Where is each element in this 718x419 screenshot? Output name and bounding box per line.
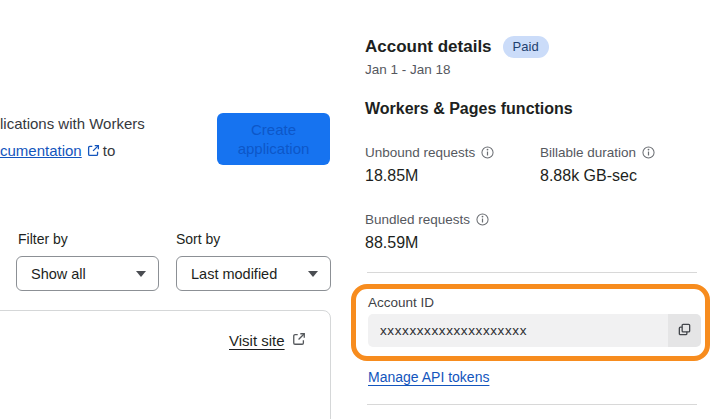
manage-api-tokens-link[interactable]: Manage API tokens — [368, 369, 489, 385]
date-range: Jan 1 - Jan 18 — [365, 62, 451, 77]
account-id-field — [368, 314, 701, 347]
copy-button[interactable] — [668, 314, 701, 347]
sort-dropdown-value: Last modified — [191, 266, 277, 282]
account-id-label: Account ID — [368, 295, 434, 310]
intro-line-2: cumentationto — [0, 137, 210, 165]
plan-badge: Paid — [503, 36, 549, 58]
filter-by-label: Filter by — [18, 231, 68, 247]
divider — [367, 272, 697, 273]
info-icon[interactable] — [481, 146, 494, 159]
create-application-button[interactable]: Create application — [217, 113, 330, 165]
sort-by-label: Sort by — [176, 231, 220, 247]
chevron-down-icon — [136, 271, 146, 277]
functions-section-title: Workers & Pages functions — [365, 100, 573, 118]
filter-dropdown[interactable]: Show all — [16, 256, 159, 291]
chevron-down-icon — [308, 271, 318, 277]
billable-duration-label: Billable duration — [540, 145, 655, 160]
project-card — [0, 310, 331, 419]
bundled-requests-value: 88.59M — [365, 234, 418, 252]
unbound-requests-label: Unbound requests — [365, 145, 494, 160]
intro-text: lications with Workers cumentationto — [0, 110, 210, 165]
visit-site-link[interactable]: Visit site — [229, 332, 309, 349]
copy-icon — [677, 322, 692, 340]
external-link-icon — [87, 138, 100, 165]
intro-after-link: to — [103, 142, 116, 159]
account-details-title: Account details — [365, 37, 492, 57]
create-application-label: Create application — [238, 121, 310, 157]
intro-line-1: lications with Workers — [0, 110, 210, 137]
info-icon[interactable] — [642, 146, 655, 159]
sort-dropdown[interactable]: Last modified — [176, 256, 331, 291]
account-details-heading: Account details Paid — [365, 36, 549, 58]
external-link-icon — [292, 332, 306, 349]
visit-site-label: Visit site — [229, 332, 285, 349]
unbound-requests-value: 18.85M — [365, 167, 418, 185]
bundled-requests-label: Bundled requests — [365, 212, 489, 227]
filter-dropdown-value: Show all — [31, 266, 86, 282]
info-icon[interactable] — [476, 213, 489, 226]
billable-duration-value: 8.88k GB-sec — [540, 167, 637, 185]
divider — [367, 404, 697, 405]
documentation-link[interactable]: cumentation — [0, 142, 82, 159]
workers-pages-dashboard: lications with Workers cumentationto Cre… — [0, 0, 718, 419]
account-id-input[interactable] — [368, 314, 668, 347]
